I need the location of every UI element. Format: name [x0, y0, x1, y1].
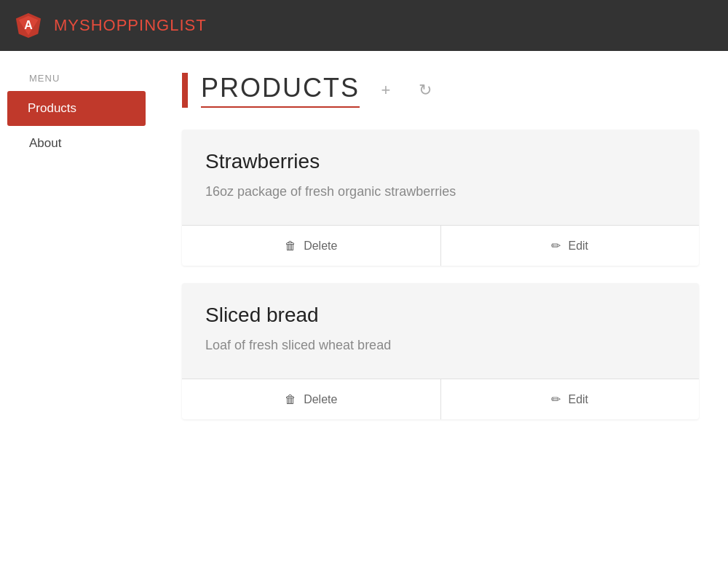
svg-text:A: A	[24, 19, 33, 31]
refresh-icon: ↻	[419, 81, 432, 100]
product-card: Strawberries 16oz package of fresh organ…	[182, 130, 699, 266]
delete-button[interactable]: 🗑 Delete	[182, 226, 440, 266]
edit-label: Edit	[568, 393, 588, 406]
product-card-body: Sliced bread Loaf of fresh sliced wheat …	[182, 283, 699, 379]
page-title-bar: PRODUCTS	[182, 73, 360, 108]
page-title: PRODUCTS	[201, 73, 360, 108]
app-title: MYSHOPPINGLIST	[54, 16, 207, 35]
edit-label: Edit	[568, 240, 588, 253]
edit-button[interactable]: ✏ Edit	[440, 226, 700, 266]
main-content: PRODUCTS + ↻ Strawberries 16oz package o…	[153, 51, 728, 562]
sidebar-item-about[interactable]: About	[0, 126, 153, 161]
trash-icon: 🗑	[285, 240, 296, 253]
product-card-actions: 🗑 Delete ✏ Edit	[182, 225, 699, 266]
sidebar-item-products-label: Products	[28, 101, 76, 115]
sidebar-item-about-label: About	[29, 136, 61, 150]
angular-logo: A	[15, 12, 42, 39]
product-description: Loaf of fresh sliced wheat bread	[205, 336, 676, 355]
app-header: A MYSHOPPINGLIST	[0, 0, 728, 51]
product-card-body: Strawberries 16oz package of fresh organ…	[182, 130, 699, 225]
product-name: Sliced bread	[205, 304, 676, 327]
delete-label: Delete	[304, 240, 337, 253]
delete-label: Delete	[304, 393, 337, 406]
title-shopping: SHOPPING	[79, 16, 170, 34]
product-description: 16oz package of fresh organic strawberri…	[205, 182, 676, 202]
product-card-actions: 🗑 Delete ✏ Edit	[182, 379, 699, 419]
menu-label: MENU	[0, 73, 153, 91]
refresh-button[interactable]: ↻	[412, 77, 438, 103]
sidebar: MENU Products About	[0, 51, 153, 562]
main-layout: MENU Products About PRODUCTS + ↻	[0, 51, 728, 562]
trash-icon: 🗑	[285, 393, 296, 406]
product-card: Sliced bread Loaf of fresh sliced wheat …	[182, 283, 699, 419]
red-accent-bar	[182, 73, 188, 108]
page-header: PRODUCTS + ↻	[182, 73, 699, 108]
edit-button[interactable]: ✏ Edit	[440, 379, 700, 419]
title-list: LIST	[170, 16, 206, 34]
product-name: Strawberries	[205, 150, 676, 173]
products-list: Strawberries 16oz package of fresh organ…	[182, 130, 699, 419]
sidebar-item-products[interactable]: Products	[7, 91, 146, 126]
add-icon: +	[381, 81, 391, 100]
delete-button[interactable]: 🗑 Delete	[182, 379, 440, 419]
add-product-button[interactable]: +	[373, 77, 399, 103]
edit-icon: ✏	[551, 392, 561, 406]
title-my: MY	[54, 16, 79, 34]
edit-icon: ✏	[551, 239, 561, 253]
